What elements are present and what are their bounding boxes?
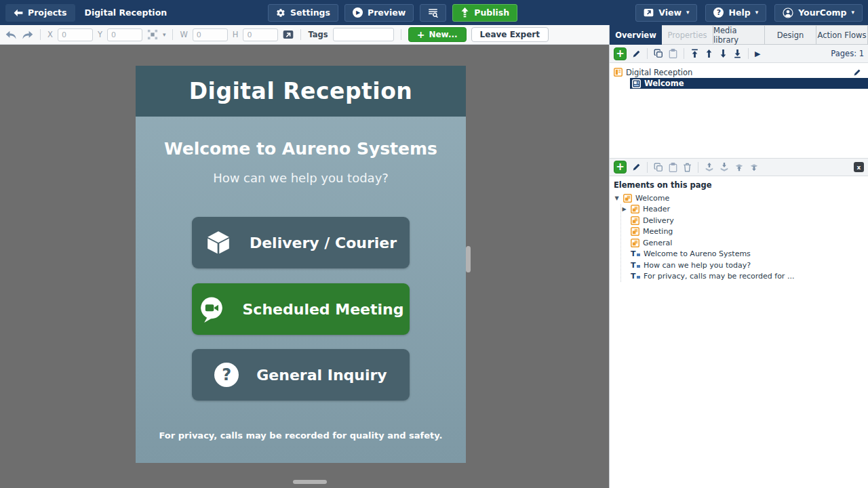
add-element-button[interactable]: + bbox=[614, 161, 627, 174]
chevron-down-icon[interactable]: ▾ bbox=[163, 32, 166, 38]
elements-header: Elements on this page bbox=[614, 180, 868, 190]
send-to-back-icon[interactable] bbox=[719, 163, 729, 171]
h-field-label: H bbox=[233, 30, 239, 39]
canvas-vertical-scrollbar[interactable] bbox=[466, 246, 471, 272]
delivery-courier-label: Delivery / Courier bbox=[250, 235, 397, 251]
element-label: For privacy, calls may be recorded for .… bbox=[644, 272, 794, 281]
list-search-icon bbox=[428, 8, 438, 18]
back-to-projects-label: Projects bbox=[28, 7, 67, 18]
pages-tree-root-row[interactable]: Digital Reception bbox=[614, 66, 868, 78]
element-row-text-privacy[interactable]: T For privacy, calls may be recorded for… bbox=[621, 271, 868, 283]
settings-button[interactable]: Settings bbox=[268, 4, 338, 22]
design-canvas[interactable]: Digital Reception Welcome to Aureno Syst… bbox=[0, 45, 609, 488]
paste-icon[interactable] bbox=[669, 49, 677, 58]
anchor-point-selector[interactable] bbox=[147, 29, 158, 40]
open-window-icon bbox=[644, 8, 654, 17]
width-input[interactable] bbox=[193, 28, 228, 41]
element-row-text-help[interactable]: T How can we help you today? bbox=[621, 260, 868, 271]
copy-icon[interactable] bbox=[654, 163, 663, 172]
toolbar-separator bbox=[748, 48, 749, 59]
exclude-x-icon[interactable]: x bbox=[854, 162, 864, 172]
x-input[interactable] bbox=[58, 28, 93, 41]
element-row-header[interactable]: ▶ Header bbox=[621, 204, 868, 216]
text-element-icon: T bbox=[631, 272, 640, 280]
edit-pencil-icon[interactable] bbox=[632, 49, 641, 58]
add-page-button[interactable]: + bbox=[614, 47, 627, 60]
y-input[interactable] bbox=[107, 28, 142, 41]
element-row-text-welcome[interactable]: T Welcome to Aureno Systems bbox=[621, 249, 868, 260]
gear-icon bbox=[276, 8, 285, 18]
top-navbar: Projects Digital Reception Settings ▶ Pr… bbox=[0, 0, 868, 25]
element-row-general[interactable]: General bbox=[621, 237, 868, 249]
tab-media-library[interactable]: Media library bbox=[713, 25, 765, 45]
settings-label: Settings bbox=[290, 7, 330, 18]
bring-to-front-icon[interactable] bbox=[705, 163, 714, 171]
leave-expert-button[interactable]: Leave Expert bbox=[471, 27, 549, 42]
move-to-bottom-icon[interactable] bbox=[733, 49, 742, 58]
video-call-bubble-icon bbox=[198, 296, 225, 323]
element-row-delivery[interactable]: Delivery bbox=[621, 215, 868, 226]
back-arrow-icon bbox=[14, 9, 23, 17]
scheduled-meeting-label: Scheduled Meeting bbox=[243, 301, 404, 318]
redo-icon[interactable] bbox=[22, 30, 33, 39]
delivery-courier-button[interactable]: Delivery / Courier bbox=[192, 217, 410, 268]
help-menu-button[interactable]: ? Help ▾ bbox=[705, 4, 766, 22]
checklist-search-button[interactable] bbox=[420, 4, 446, 22]
element-label: Welcome to Aureno Systems bbox=[644, 249, 751, 258]
toolbar-separator bbox=[172, 29, 173, 40]
edit-pencil-icon[interactable] bbox=[632, 163, 641, 171]
elements-toolbar: + x bbox=[610, 158, 868, 176]
publish-button[interactable]: Publish bbox=[452, 4, 517, 22]
move-to-top-icon[interactable] bbox=[690, 49, 699, 58]
kiosk-page-welcome[interactable]: Digital Reception Welcome to Aureno Syst… bbox=[136, 66, 466, 463]
preview-button[interactable]: ▶ Preview bbox=[344, 4, 414, 22]
back-to-projects-button[interactable]: Projects bbox=[5, 4, 75, 22]
group-icon bbox=[631, 205, 639, 214]
element-row-welcome-root[interactable]: ▼ Welcome bbox=[614, 192, 868, 204]
move-down-icon[interactable] bbox=[719, 49, 728, 58]
scheduled-meeting-button[interactable]: Scheduled Meeting bbox=[192, 283, 410, 335]
group-icon bbox=[631, 216, 639, 225]
view-label: View bbox=[658, 7, 682, 18]
account-menu-button[interactable]: YourComp ▾ bbox=[774, 4, 863, 22]
canvas-horizontal-scrollbar[interactable] bbox=[293, 480, 327, 484]
new-element-button[interactable]: + New... bbox=[408, 27, 467, 42]
tab-action-flows[interactable]: Action Flows bbox=[816, 25, 868, 45]
right-panel: Overview Properties Media library Design… bbox=[609, 25, 868, 488]
run-page-icon[interactable]: ▶ bbox=[755, 49, 760, 58]
account-label: YourComp bbox=[798, 7, 846, 18]
tab-design[interactable]: Design bbox=[765, 25, 816, 45]
delete-trash-icon[interactable] bbox=[683, 163, 692, 172]
edit-pencil-icon[interactable] bbox=[853, 68, 861, 77]
toolbar-separator bbox=[647, 48, 648, 59]
height-input[interactable] bbox=[243, 28, 278, 41]
fit-to-screen-icon[interactable] bbox=[283, 30, 294, 39]
pages-toolbar: + ▶ Pages: 1 bbox=[610, 45, 868, 63]
element-row-meeting[interactable]: Meeting bbox=[621, 226, 868, 238]
collapse-caret-icon[interactable]: ▼ bbox=[614, 195, 620, 201]
copy-icon[interactable] bbox=[654, 49, 663, 58]
element-label: Meeting bbox=[643, 227, 673, 236]
elements-section: Elements on this page ▼ Welcome ▶ Header… bbox=[610, 176, 868, 488]
tags-input[interactable] bbox=[333, 28, 394, 41]
tab-overview[interactable]: Overview bbox=[610, 25, 662, 45]
expand-caret-icon[interactable]: ▶ bbox=[621, 206, 627, 212]
edit-toolbar: X Y ▾ W H Tags + New... Leave Expert bbox=[0, 25, 609, 45]
bring-forward-icon[interactable] bbox=[734, 163, 744, 171]
experience-icon bbox=[614, 68, 623, 77]
view-menu-button[interactable]: View ▾ bbox=[635, 4, 697, 22]
general-inquiry-button[interactable]: ? General Inquiry bbox=[192, 349, 410, 401]
user-avatar-icon bbox=[783, 7, 793, 18]
group-icon bbox=[631, 227, 639, 236]
toolbar-separator bbox=[401, 29, 401, 40]
text-element-icon: T bbox=[631, 250, 640, 258]
text-element-icon: T bbox=[631, 262, 640, 269]
tab-properties[interactable]: Properties bbox=[662, 25, 713, 45]
kiosk-privacy-footer: For privacy, calls may be recorded for q… bbox=[136, 430, 466, 441]
move-up-icon[interactable] bbox=[705, 49, 713, 58]
send-backward-icon[interactable] bbox=[749, 163, 759, 171]
paste-icon[interactable] bbox=[669, 163, 677, 172]
pages-tree-page-welcome-row[interactable]: Welcome bbox=[630, 78, 868, 89]
undo-icon[interactable] bbox=[5, 30, 17, 39]
publish-label: Publish bbox=[474, 7, 509, 18]
